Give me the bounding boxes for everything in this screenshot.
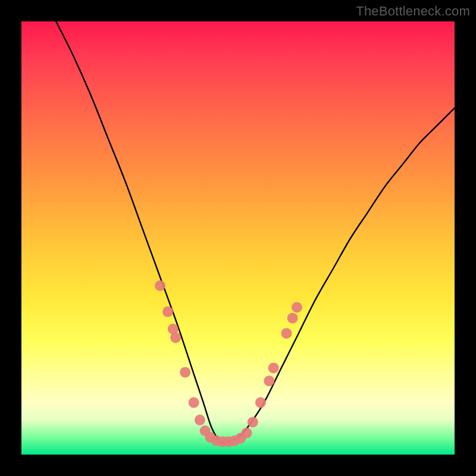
curve-marker [264, 375, 274, 386]
watermark-text: TheBottleneck.com [356, 4, 470, 19]
marker-group [155, 280, 302, 447]
curve-marker [242, 428, 252, 439]
curve-marker [292, 302, 302, 313]
curve-marker [255, 397, 266, 408]
curve-marker [287, 313, 298, 324]
bottleneck-curve-path [56, 21, 455, 443]
curve-marker [180, 367, 190, 378]
plot-area [21, 21, 455, 455]
curve-marker [248, 416, 258, 427]
curve-marker [268, 362, 279, 373]
chart-frame: TheBottleneck.com [0, 0, 476, 476]
curve-layer [21, 21, 455, 455]
curve-marker [189, 397, 199, 408]
bottleneck-curve [56, 21, 455, 443]
curve-marker [195, 415, 205, 425]
curve-marker [162, 306, 173, 317]
curve-marker [170, 332, 181, 343]
curve-marker [155, 280, 165, 291]
curve-marker [281, 328, 292, 339]
